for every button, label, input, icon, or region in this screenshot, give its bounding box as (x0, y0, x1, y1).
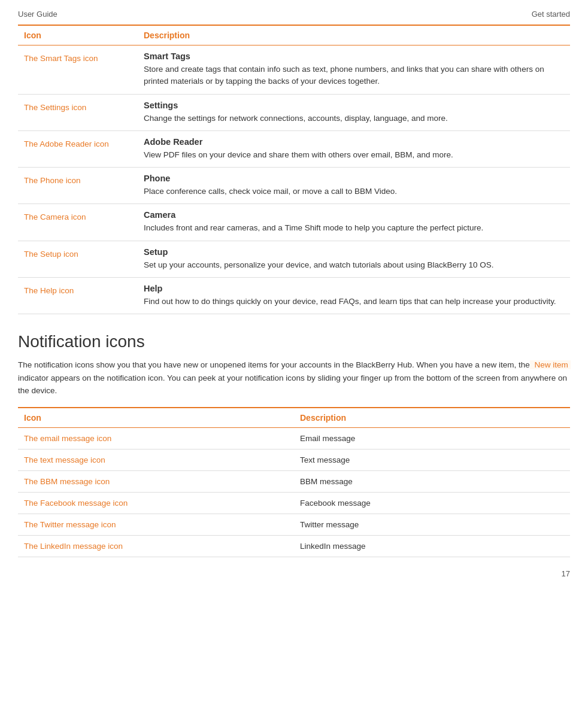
notif-table-row: The email message iconEmail message (18, 427, 570, 449)
apps-table-row: The Adobe Reader iconAdobe ReaderView PD… (18, 130, 570, 167)
apps-table-row: The Setup iconSetupSet up your accounts,… (18, 241, 570, 277)
apps-row-title: Camera (144, 210, 564, 220)
apps-row-description: SettingsChange the settings for network … (138, 94, 570, 130)
apps-row-description: PhonePlace conference calls, check voice… (138, 168, 570, 204)
notif-row-icon-label: The email message icon (18, 427, 294, 449)
apps-row-description: CameraIncludes front and rear cameras, a… (138, 204, 570, 241)
notif-table-row: The Facebook message iconFacebook messag… (18, 492, 570, 514)
apps-row-description: Smart TagsStore and create tags that con… (138, 45, 570, 95)
page-header: User Guide Get started (18, 6, 570, 25)
new-item-label: New item (530, 360, 571, 369)
apps-table-row: The Smart Tags iconSmart TagsStore and c… (18, 45, 570, 95)
apps-row-desc-text: Find out how to do things quickly on you… (144, 297, 556, 306)
apps-row-description: SetupSet up your accounts, personalize y… (138, 241, 570, 277)
notif-row-description: Facebook message (294, 492, 570, 514)
apps-row-icon-label: The Smart Tags icon (18, 45, 138, 95)
notif-row-description: Email message (294, 427, 570, 449)
apps-row-icon-label: The Settings icon (18, 94, 138, 130)
notif-table-icon-header: Icon (18, 408, 294, 428)
apps-table-row: The Settings iconSettingsChange the sett… (18, 94, 570, 130)
notification-section-heading: Notification icons (18, 332, 570, 351)
page-number: 17 (18, 569, 570, 578)
notif-table-row: The Twitter message iconTwitter message (18, 514, 570, 535)
apps-row-description: HelpFind out how to do things quickly on… (138, 277, 570, 314)
apps-row-title: Smart Tags (144, 51, 564, 61)
apps-row-description: Adobe ReaderView PDF files on your devic… (138, 130, 570, 167)
notif-row-icon-label: The BBM message icon (18, 470, 294, 492)
apps-row-icon-label: The Setup icon (18, 241, 138, 277)
apps-row-icon-label: The Help icon (18, 277, 138, 314)
apps-table-header-row: Icon Description (18, 25, 570, 45)
notif-row-description: Text message (294, 449, 570, 470)
apps-table-row: The Phone iconPhonePlace conference call… (18, 168, 570, 204)
apps-row-title: Settings (144, 101, 564, 110)
apps-table-row: The Help iconHelpFind out how to do thin… (18, 277, 570, 314)
apps-icon-table: Icon Description The Smart Tags iconSmar… (18, 25, 570, 314)
notif-row-description: BBM message (294, 470, 570, 492)
apps-row-title: Phone (144, 174, 564, 183)
notification-intro: The notification icons show you that you… (18, 359, 570, 397)
notif-row-icon-label: The Twitter message icon (18, 514, 294, 535)
apps-table-row: The Camera iconCameraIncludes front and … (18, 204, 570, 241)
notif-table-row: The LinkedIn message iconLinkedIn messag… (18, 535, 570, 557)
apps-row-desc-text: Set up your accounts, personalize your d… (144, 260, 494, 269)
notif-table-row: The BBM message iconBBM message (18, 470, 570, 492)
notif-row-icon-label: The Facebook message icon (18, 492, 294, 514)
header-left: User Guide (18, 10, 57, 19)
header-right: Get started (532, 10, 570, 19)
apps-row-icon-label: The Phone icon (18, 168, 138, 204)
apps-row-desc-text: Store and create tags that contain info … (144, 65, 544, 86)
notif-row-icon-label: The text message icon (18, 449, 294, 470)
apps-row-title: Setup (144, 247, 564, 257)
notif-table-row: The text message iconText message (18, 449, 570, 470)
apps-row-desc-text: Place conference calls, check voice mail… (144, 187, 397, 196)
page-container: User Guide Get started Icon Description … (0, 0, 588, 726)
notif-row-icon-label: The LinkedIn message icon (18, 535, 294, 557)
apps-row-title: Help (144, 284, 564, 293)
apps-row-title: Adobe Reader (144, 137, 564, 147)
notif-row-description: LinkedIn message (294, 535, 570, 557)
notif-row-description: Twitter message (294, 514, 570, 535)
apps-table-desc-header: Description (138, 25, 570, 45)
notif-table-header-row: Icon Description (18, 408, 570, 428)
notification-icon-table: Icon Description The email message iconE… (18, 407, 570, 557)
intro-part2: indicator appears on the notification ic… (18, 373, 567, 396)
apps-row-desc-text: Change the settings for network connecti… (144, 114, 448, 123)
apps-table-icon-header: Icon (18, 25, 138, 45)
notif-table-desc-header: Description (294, 408, 570, 428)
apps-row-desc-text: Includes front and rear cameras, and a T… (144, 223, 483, 232)
apps-row-icon-label: The Camera icon (18, 204, 138, 241)
apps-row-desc-text: View PDF files on your device and share … (144, 150, 453, 159)
apps-row-icon-label: The Adobe Reader icon (18, 130, 138, 167)
intro-part1: The notification icons show you that you… (18, 360, 530, 369)
